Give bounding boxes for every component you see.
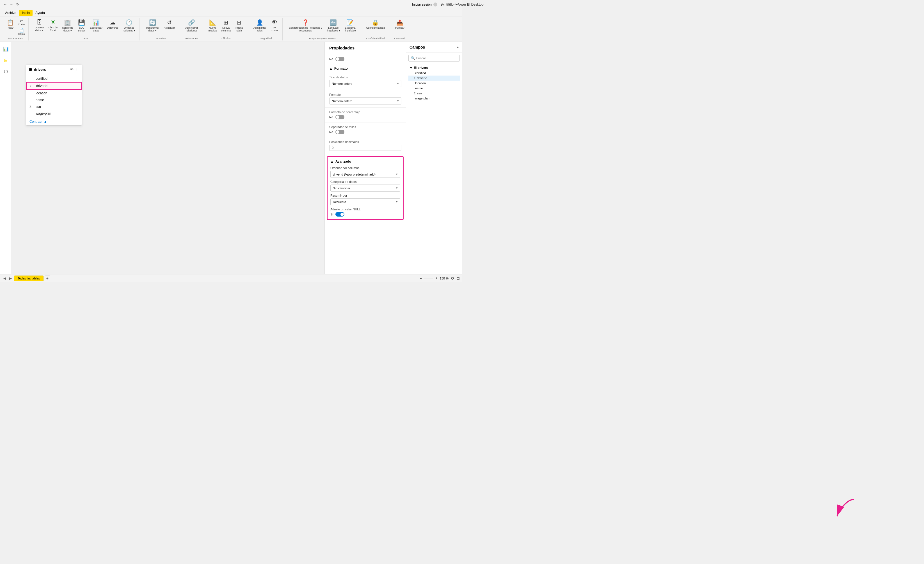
tab-todas-las-tablas[interactable]: Todas las tablas <box>14 275 44 281</box>
next-tab-button[interactable]: ▶ <box>8 276 13 281</box>
preview-icon[interactable]: 👁 <box>70 67 74 72</box>
sidebar-icon-data[interactable]: ⊞ <box>2 56 10 65</box>
fields-panel-collapse-icon[interactable]: » <box>457 45 459 49</box>
order-by-dropdown[interactable]: driverId (Valor predeterminado) ▾ <box>330 171 400 178</box>
menu-archivo[interactable]: Archivo <box>2 10 19 16</box>
ribbon-pyr-items: ❓ Configuración de Preguntas yrespuestas… <box>287 18 357 36</box>
advanced-arrow: ▲ <box>330 159 334 164</box>
menu-ayuda[interactable]: Ayuda <box>33 10 48 16</box>
search-input[interactable] <box>416 56 457 60</box>
resumir-dropdown[interactable]: Recuento ▾ <box>330 198 400 205</box>
tree-field-ssn[interactable]: Σ ssn <box>408 91 460 96</box>
table-title: ⊞ drivers <box>29 67 46 72</box>
confidencialidad-button[interactable]: 🔒 Confidencialidad <box>364 18 387 30</box>
origenes-icon: 🕐 <box>126 19 132 26</box>
tree-table-icon: ⊞ <box>414 66 417 70</box>
nueva-tabla-button[interactable]: ⊟ Nuevatabla <box>234 18 245 33</box>
formato-section-header[interactable]: ▲ Formato <box>325 64 406 73</box>
dataverse-button[interactable]: ☁ Dataverse <box>105 18 120 30</box>
zoom-out-button[interactable]: − <box>420 277 422 280</box>
add-tab-button[interactable]: + <box>45 275 50 281</box>
fields-search-box[interactable]: 🔍 <box>408 55 460 62</box>
publicar-button[interactable]: 📤 Publicar <box>393 18 406 30</box>
formato-value-arrow: ▾ <box>397 99 399 103</box>
collapse-button[interactable]: Contraer ▲ <box>26 118 82 125</box>
excel-button[interactable]: X Libro deExcel <box>47 18 60 33</box>
tipo-datos-value: Número entero <box>332 82 352 86</box>
lenguaje-button[interactable]: 🔤 Lenguajelingüístico ▾ <box>325 18 342 33</box>
administrar-relaciones-button[interactable]: 🔗 Administrarrelaciones <box>184 18 200 33</box>
null-toggle[interactable] <box>335 212 344 217</box>
menu-inicio[interactable]: Inicio <box>19 10 33 16</box>
prev-tab-button[interactable]: ◀ <box>2 276 7 281</box>
decimales-label: Posiciones decimales <box>329 140 401 143</box>
field-wageplan[interactable]: wage-plan <box>26 110 82 117</box>
window-title: Sin título - Power BI Desktop <box>440 3 462 6</box>
formato-value-dropdown[interactable]: Número entero ▾ <box>329 98 401 104</box>
field-location[interactable]: location <box>26 90 82 96</box>
field-certified[interactable]: certified <box>26 75 82 82</box>
ver-label: Vercomo <box>272 26 278 32</box>
centro-button[interactable]: 🏢 Centro dedatos ▾ <box>60 18 75 33</box>
zoom-slider-area[interactable]: ――― <box>424 277 434 280</box>
tree-field-driverid[interactable]: Σ driverId <box>408 75 460 81</box>
transformar-button[interactable]: 🔄 Transformardatos ▾ <box>144 18 161 33</box>
forward-icon[interactable]: → <box>9 2 14 7</box>
fields-panel: Campos » 🔍 ▼ ⊞ drivers certified Σ drive… <box>406 42 462 274</box>
actualizar-button[interactable]: ↺ Actualizar <box>162 18 177 30</box>
tree-field-certified[interactable]: certified <box>408 71 460 75</box>
miles-toggle[interactable] <box>335 130 344 134</box>
sidebar-icon-report[interactable]: 📊 <box>2 44 10 53</box>
administrar-roles-button[interactable]: 👤 Administrarroles <box>252 18 268 33</box>
ssn-type-icon: Σ <box>30 105 33 108</box>
tipo-datos-dropdown[interactable]: Número entero ▾ <box>329 80 401 87</box>
especificar-button[interactable]: 📊 Especificardatos <box>88 18 104 33</box>
category-label: Categoría de datos <box>330 180 400 183</box>
tree-table-drivers[interactable]: ▼ ⊞ drivers <box>408 65 460 71</box>
tree-field-location[interactable]: location <box>408 81 460 86</box>
porcentaje-label: Formato de porcentaje <box>329 110 401 114</box>
tree-certified-label: certified <box>415 71 426 75</box>
sql-button[interactable]: 💾 SQLServer <box>76 18 87 33</box>
nueva-columna-button[interactable]: ⊞ Nuevacolumna <box>219 18 232 33</box>
back-icon[interactable]: ← <box>3 2 8 7</box>
transformar-label: Transformardatos ▾ <box>146 26 159 32</box>
signin-button[interactable]: Iniciar sesión <box>412 3 437 6</box>
zoom-reset-button[interactable]: ↺ <box>451 276 454 281</box>
no-toggle[interactable] <box>335 57 344 61</box>
nueva-medida-button[interactable]: 📐 Nuevamedida <box>207 18 218 33</box>
field-ssn[interactable]: Σ ssn <box>26 103 82 110</box>
tree-field-wageplan[interactable]: wage-plan <box>408 96 460 101</box>
transformar-icon: 🔄 <box>149 19 156 26</box>
category-dropdown[interactable]: Sin clasificar ▾ <box>330 185 400 191</box>
tree-name-label: name <box>415 87 423 90</box>
config-pyr-button[interactable]: ❓ Configuración de Preguntas yrespuestas <box>287 18 324 33</box>
decimales-section: Posiciones decimales <box>325 137 406 154</box>
origenes-button[interactable]: 🕐 Orígenesrecientes ▾ <box>121 18 137 33</box>
field-certified-label: certified <box>36 77 47 81</box>
fit-page-button[interactable]: ⊡ <box>456 276 460 281</box>
field-driverid[interactable]: Σ driverId <box>26 82 82 90</box>
more-options-icon[interactable]: ⋮ <box>75 67 79 72</box>
esquema-button[interactable]: 📝 Esquemalingüístico <box>343 18 358 33</box>
copy-button[interactable]: 📄 Copia <box>17 27 26 36</box>
field-driverid-label: driverId <box>36 84 47 88</box>
tree-field-name[interactable]: name <box>408 86 460 91</box>
formato-value-label: Formato <box>329 93 401 96</box>
field-wageplan-label: wage-plan <box>36 111 51 116</box>
refresh-icon[interactable]: ↻ <box>15 2 20 7</box>
order-by-arrow: ▾ <box>396 173 398 176</box>
ver-como-button[interactable]: 👁 Vercomo <box>269 18 280 33</box>
decimales-input[interactable] <box>329 144 401 151</box>
tab-label: Todas las tablas <box>18 277 40 280</box>
comp-label-group: Compartir <box>394 37 406 41</box>
zoom-in-button[interactable]: + <box>436 277 438 280</box>
paste-button[interactable]: 📋 Pegar <box>4 18 16 30</box>
porcentaje-toggle[interactable] <box>335 115 344 119</box>
especificar-label: Especificardatos <box>90 26 102 32</box>
sidebar-icon-model[interactable]: ⬡ <box>2 67 10 76</box>
cut-button[interactable]: ✂ Cortar <box>17 18 26 26</box>
field-name[interactable]: name <box>26 96 82 103</box>
portapapeles-label: Portapapeles <box>8 37 23 41</box>
obtener-datos-button[interactable]: 🗄 Obtenerdatos ▾ <box>33 18 46 33</box>
